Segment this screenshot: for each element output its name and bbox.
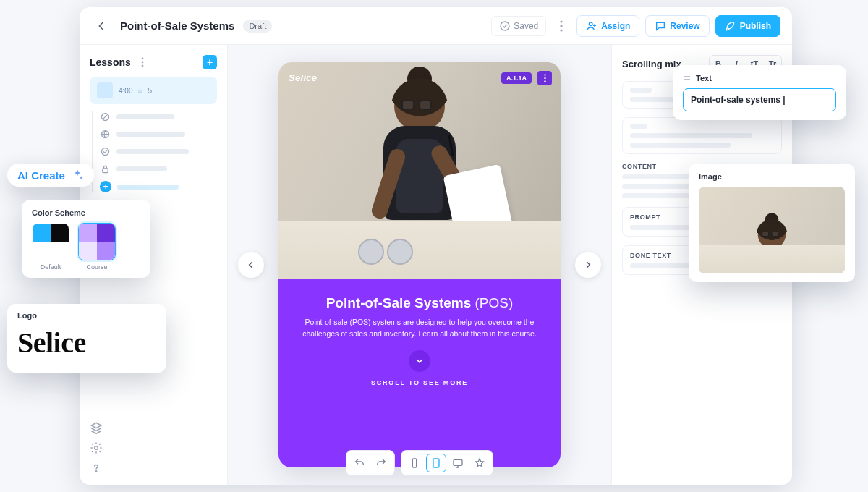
svg-point-16 [544, 80, 545, 82]
tree-item[interactable] [100, 111, 217, 122]
lock-icon [100, 164, 111, 174]
inspector-heading: Scrolling mix [622, 59, 681, 69]
prev-slide-button[interactable] [238, 252, 264, 278]
more-menu-button[interactable] [552, 17, 571, 35]
redo-button[interactable] [371, 454, 391, 472]
svg-point-10 [102, 148, 109, 156]
device-preview[interactable]: Selice A.1.1A [278, 62, 561, 467]
text-block-input[interactable]: Point-of-sale systems | [683, 88, 836, 111]
inspector-section-skeleton [622, 117, 782, 154]
layers-icon[interactable] [90, 421, 103, 434]
hero-illustration [354, 81, 485, 220]
tree-item-label-skeleton [116, 132, 185, 137]
lesson-duration: 4:00 [119, 87, 132, 95]
check-circle-icon [100, 146, 111, 157]
tree-item-label-skeleton [117, 184, 179, 190]
viewport-mobile-button[interactable] [404, 454, 425, 472]
next-slide-button[interactable] [575, 252, 601, 278]
image-block-title: Image [699, 172, 845, 181]
star-icon [474, 457, 485, 469]
svg-point-5 [141, 58, 143, 60]
globe-icon [100, 129, 111, 140]
color-scheme-title: Color Scheme [32, 208, 140, 217]
preview-canvas: Selice A.1.1A [228, 45, 611, 485]
viewport-group [401, 450, 493, 476]
undo-button[interactable] [349, 454, 370, 472]
assign-label: Assign [601, 21, 630, 31]
lesson-meta: 4:00 ☆ 5 [119, 87, 152, 95]
desktop-icon [452, 457, 464, 469]
status-badge: Draft [243, 20, 272, 33]
star-icon: ☆ [137, 87, 143, 95]
sparkle-icon [71, 169, 84, 182]
color-swatch[interactable]: Default [32, 223, 69, 271]
image-block-thumbnail[interactable] [699, 187, 845, 273]
assign-button[interactable]: Assign [576, 15, 639, 37]
text-block-card: Text Point-of-sale systems | [673, 65, 846, 120]
add-circle-icon: + [100, 181, 111, 192]
topbar: Point-of-Sale Systems Draft Saved Assign… [80, 7, 792, 45]
lesson-card-active[interactable]: 4:00 ☆ 5 [90, 77, 217, 104]
tree-item[interactable] [100, 164, 217, 174]
hero-content: Point-of-Sale Systems (POS) Point-of-sal… [278, 279, 561, 467]
review-button[interactable]: Review [645, 15, 709, 37]
kebab-icon [544, 74, 546, 82]
tree-add-item[interactable]: + [100, 181, 217, 192]
logo-card-title: Logo [17, 311, 156, 320]
scroll-down-button[interactable] [409, 350, 430, 372]
ai-create-pill[interactable]: AI Create [7, 164, 94, 187]
text-block-title: Text [696, 74, 712, 82]
svg-point-13 [95, 471, 97, 472]
svg-point-15 [544, 77, 545, 79]
ai-create-label: AI Create [17, 169, 65, 182]
svg-point-2 [561, 25, 563, 27]
document-title: Point-of-Sale Systems [120, 20, 234, 32]
lessons-more-icon[interactable] [137, 57, 148, 67]
svg-point-14 [544, 74, 545, 75]
svg-point-1 [561, 20, 563, 22]
redo-icon [375, 457, 387, 469]
back-button[interactable] [91, 16, 111, 36]
gear-icon[interactable] [90, 441, 103, 454]
image-block-card: Image [689, 164, 855, 282]
publish-label: Publish [740, 21, 771, 31]
check-shield-icon [499, 20, 511, 32]
preview-description: Point-of-sale (POS) systems are designed… [297, 317, 542, 340]
chevron-right-icon [583, 260, 593, 270]
viewport-tablet-button[interactable] [426, 454, 446, 472]
review-label: Review [670, 21, 699, 31]
arrow-left-icon [95, 20, 107, 32]
comment-icon [655, 20, 666, 32]
chevron-left-icon [246, 260, 256, 270]
hero-code-badge: A.1.1A [501, 72, 532, 84]
publish-button[interactable]: Publish [715, 15, 780, 37]
svg-point-12 [95, 446, 98, 450]
tree-item-label-skeleton [116, 149, 189, 154]
viewport-desktop-button[interactable] [448, 454, 468, 472]
tree-item[interactable] [100, 146, 217, 157]
svg-rect-18 [433, 459, 439, 467]
svg-point-6 [141, 62, 143, 64]
svg-point-0 [501, 22, 509, 30]
tablet-icon [430, 457, 442, 469]
hero-more-button[interactable] [537, 71, 552, 85]
user-plus-icon [586, 20, 597, 32]
viewport-favorite-button[interactable] [469, 454, 490, 472]
brand-overlay: Selice [289, 72, 317, 83]
svg-point-3 [561, 29, 563, 31]
svg-point-7 [141, 65, 143, 67]
add-lesson-button[interactable]: + [203, 55, 217, 69]
color-scheme-card: Color Scheme DefaultCourse [22, 200, 150, 278]
drag-handle-icon[interactable] [683, 74, 692, 82]
color-swatch[interactable]: Course [78, 223, 116, 271]
preview-title: Point-of-Sale Systems (POS) [326, 295, 514, 311]
rocket-icon [725, 20, 736, 32]
canvas-toolbar [346, 450, 493, 476]
lessons-heading: Lessons [90, 56, 131, 68]
color-swatch-label: Course [86, 263, 107, 271]
logo-card: Logo Selice [7, 304, 166, 373]
svg-rect-11 [103, 169, 109, 173]
help-icon[interactable] [90, 462, 103, 475]
tree-item[interactable] [100, 129, 217, 140]
lesson-thumbnail [97, 82, 113, 98]
